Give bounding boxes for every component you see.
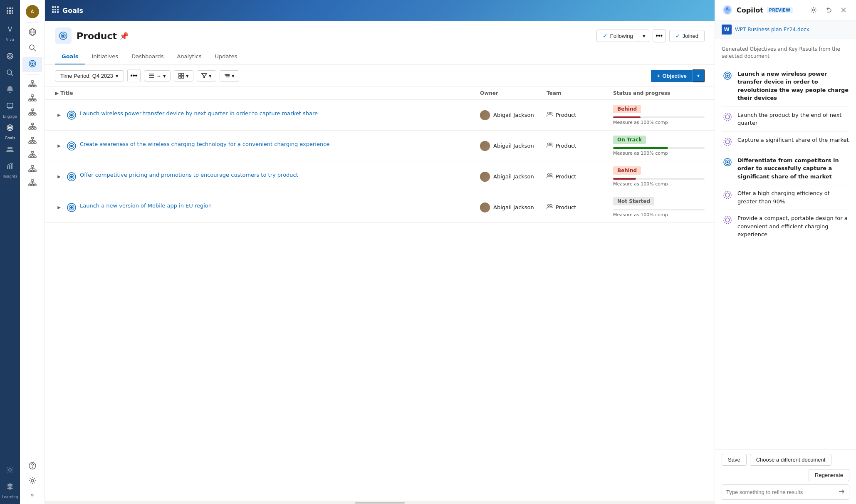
grid-view-icon — [178, 73, 184, 79]
page-title: Product — [77, 31, 117, 41]
horizontal-scrollbar[interactable] — [45, 501, 715, 504]
svg-point-23 — [7, 147, 10, 149]
tab-updates[interactable]: Updates — [208, 49, 244, 64]
engage-icon[interactable] — [2, 99, 17, 114]
row-expand-btn[interactable]: ▶ — [55, 141, 63, 150]
svg-point-154 — [550, 205, 552, 207]
settings-nav-icon[interactable] — [2, 462, 17, 477]
sidebar-item-org1[interactable] — [22, 77, 42, 91]
joined-button[interactable]: ✓ Joined — [669, 30, 705, 42]
svg-point-10 — [9, 55, 11, 57]
result-text: Offer a high charging efficiency of grea… — [737, 189, 849, 205]
search-icon[interactable] — [2, 65, 17, 80]
tab-analytics[interactable]: Analytics — [170, 49, 208, 64]
tab-dashboards[interactable]: Dashboards — [125, 49, 170, 64]
choose-doc-button[interactable]: Choose a different document — [750, 454, 832, 466]
svg-rect-117 — [57, 9, 59, 10]
view-group-button[interactable]: ▾ — [220, 70, 239, 82]
view-filter-button[interactable]: ▾ — [197, 70, 216, 82]
view-grid-button[interactable]: ▾ — [174, 70, 193, 82]
progress-bar — [613, 116, 641, 118]
svg-point-161 — [724, 113, 731, 121]
svg-point-162 — [725, 115, 730, 119]
following-button[interactable]: ✓ Following — [596, 30, 639, 42]
connections-icon[interactable] — [2, 49, 17, 64]
sidebar-item-globe[interactable] — [22, 25, 42, 40]
sidebar-item-expand[interactable]: » — [22, 489, 42, 501]
goal-title[interactable]: Launch wireless power transfer device by… — [80, 110, 318, 117]
add-objective-button[interactable]: + Objective — [651, 70, 693, 82]
expand-all-icon[interactable]: ▶ — [55, 90, 59, 96]
send-button[interactable] — [838, 488, 845, 496]
svg-rect-40 — [34, 85, 36, 87]
copilot-preview-badge: PREVIEW — [767, 7, 793, 13]
word-icon: W — [722, 25, 732, 35]
owner-cell: Abigail Jackson — [480, 203, 547, 212]
goals-active-icon[interactable] — [2, 120, 17, 135]
insights-label: Insights — [2, 174, 17, 178]
result-text: Provide a compact, portable design for a… — [737, 214, 849, 239]
toolbar-more-button[interactable]: ••• — [127, 69, 141, 82]
measure-text: Measure as 100% comp — [613, 181, 705, 187]
tab-goals[interactable]: Goals — [55, 49, 85, 64]
status-badge: Behind — [613, 166, 641, 175]
sidebar-item-help[interactable] — [22, 459, 42, 472]
sidebar-item-org2[interactable] — [22, 91, 42, 105]
row-expand-btn[interactable]: ▶ — [55, 203, 63, 211]
goals-sidebar-icon — [28, 59, 37, 69]
sidebar-item-org8[interactable] — [22, 176, 42, 190]
user-avatar[interactable]: A — [26, 5, 39, 18]
sidebar-item-org6[interactable] — [22, 148, 42, 161]
tab-initiatives[interactable]: Initiatives — [85, 49, 125, 64]
time-period-button[interactable]: Time Period: Q4 2023 ▾ — [55, 70, 124, 82]
sidebar-item-settings[interactable] — [22, 474, 42, 487]
people-group-icon[interactable] — [2, 142, 17, 157]
pin-icon: 📌 — [119, 32, 129, 40]
expand-icon: » — [30, 492, 34, 498]
sidebar-item-org4[interactable] — [22, 120, 42, 133]
objective-dropdown-button[interactable]: ▾ — [693, 69, 705, 82]
goal-icon — [67, 172, 77, 182]
sidebar-item-org7[interactable] — [22, 162, 42, 175]
bell-icon[interactable] — [2, 82, 17, 97]
svg-rect-64 — [31, 123, 34, 125]
row-expand-btn[interactable]: ▶ — [55, 111, 63, 119]
save-button[interactable]: Save — [722, 454, 747, 466]
table-row: ▶ Launch wireless power transfer device … — [45, 100, 715, 131]
sidebar-item-org3[interactable] — [22, 106, 42, 119]
col-title: ▶ Title — [55, 90, 480, 96]
svg-rect-120 — [57, 11, 59, 13]
doc-name-link[interactable]: WPT Business plan FY24.docx — [735, 27, 809, 32]
svg-point-168 — [724, 191, 731, 199]
filter-icon — [201, 73, 207, 79]
view-list-button[interactable]: → ▾ — [144, 70, 171, 82]
goal-icon — [67, 203, 77, 212]
group-caret-icon: ▾ — [232, 73, 235, 79]
sidebar-item-org5[interactable] — [22, 134, 42, 147]
more-options-button[interactable]: ••• — [653, 29, 666, 42]
goal-title[interactable]: Create awareness of the wireless chargin… — [80, 141, 329, 148]
scrollbar-thumb[interactable] — [355, 502, 405, 504]
goal-title[interactable]: Offer competitive pricing and promotions… — [80, 171, 298, 179]
following-caret-button[interactable]: ▾ — [639, 30, 649, 42]
sidebar-item-search[interactable] — [22, 41, 42, 56]
svg-rect-67 — [34, 128, 36, 129]
copilot-footer: Save Choose a different document Regener… — [715, 449, 856, 504]
svg-rect-118 — [52, 11, 54, 13]
regenerate-button[interactable]: Regenerate — [809, 469, 849, 481]
insights-nav-icon[interactable] — [2, 158, 17, 173]
waffle-menu-icon[interactable] — [2, 3, 17, 18]
copilot-settings-button[interactable] — [808, 4, 819, 16]
learning-nav-icon[interactable] — [2, 479, 17, 494]
row-expand-btn[interactable]: ▶ — [55, 172, 63, 180]
copilot-input[interactable] — [726, 489, 835, 495]
engage-label: Engage — [3, 114, 17, 119]
copilot-close-button[interactable] — [838, 4, 849, 16]
svg-rect-116 — [54, 9, 56, 10]
copilot-back-button[interactable] — [823, 4, 834, 16]
measure-text: Measure as 100% comp — [613, 120, 705, 125]
viva-icon[interactable]: V — [2, 22, 17, 37]
sidebar-item-goals[interactable] — [22, 57, 42, 72]
goal-title[interactable]: Launch a new version of Mobile app in EU… — [80, 202, 212, 210]
table-row: ▶ Offer competitive pricing and promotio… — [45, 161, 715, 192]
